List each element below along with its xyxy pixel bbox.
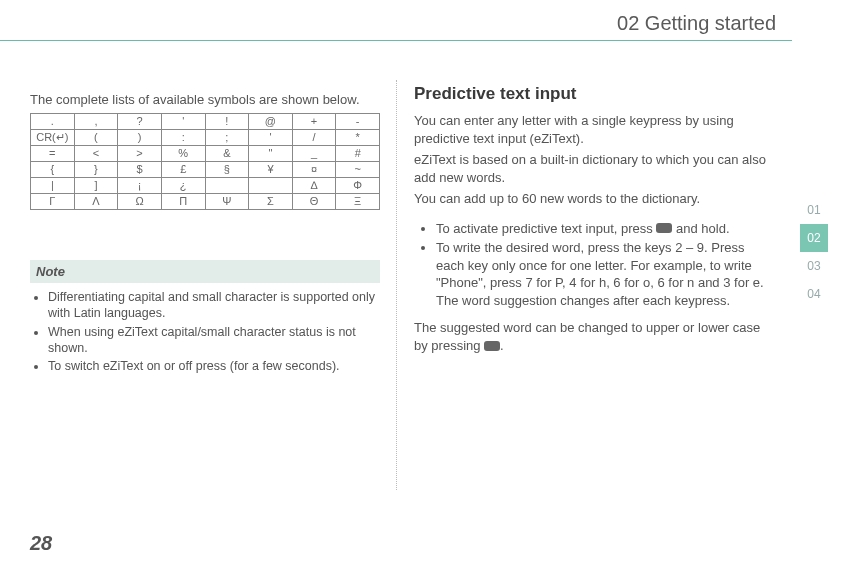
- cell: .: [31, 114, 75, 130]
- cell: Π: [161, 194, 205, 210]
- cell: Θ: [292, 194, 336, 210]
- cell: ': [161, 114, 205, 130]
- cell: {: [31, 162, 75, 178]
- cell: >: [118, 146, 162, 162]
- chapter-header: 02 Getting started: [617, 12, 776, 35]
- header-rule: [0, 40, 792, 41]
- cell: §: [205, 162, 249, 178]
- table-row: . , ? ' ! @ + -: [31, 114, 380, 130]
- key-icon: [484, 341, 500, 351]
- cell: -: [336, 114, 380, 130]
- cell: ,: [74, 114, 118, 130]
- tab-03: 03: [800, 252, 828, 280]
- cell: ¥: [249, 162, 293, 178]
- symbol-table: . , ? ' ! @ + - CR(↵) ( ) : ; ' / * = < …: [30, 113, 380, 210]
- list-item: To write the desired word, press the key…: [436, 239, 774, 309]
- cell: &: [205, 146, 249, 162]
- note-list: Differentiating capital and small charac…: [30, 289, 380, 374]
- note-title: Note: [30, 260, 380, 283]
- instruction-list: To activate predictive text input, press…: [414, 220, 774, 310]
- cell: (: [74, 130, 118, 146]
- page-number: 28: [30, 532, 52, 555]
- cell: ]: [74, 178, 118, 194]
- cell: ¡: [118, 178, 162, 194]
- table-row: = < > % & " _ #: [31, 146, 380, 162]
- cell: ": [249, 146, 293, 162]
- cell: #: [336, 146, 380, 162]
- cell: |: [31, 178, 75, 194]
- cell: Ω: [118, 194, 162, 210]
- table-row: CR(↵) ( ) : ; ' / *: [31, 130, 380, 146]
- paragraph: eZiText is based on a built-in dictionar…: [414, 151, 774, 186]
- cell: +: [292, 114, 336, 130]
- cell: :: [161, 130, 205, 146]
- cell: /: [292, 130, 336, 146]
- cell: Ξ: [336, 194, 380, 210]
- cell: Λ: [74, 194, 118, 210]
- cell: ): [118, 130, 162, 146]
- note-item: To switch eZiText on or off press (for a…: [48, 358, 380, 374]
- text: To activate predictive text input, press: [436, 221, 656, 236]
- text: To write the desired word, press the key…: [436, 240, 764, 290]
- cell: <: [74, 146, 118, 162]
- cell: Σ: [249, 194, 293, 210]
- cell: [205, 178, 249, 194]
- cell: ?: [118, 114, 162, 130]
- cell: *: [336, 130, 380, 146]
- note-box: Note Differentiating capital and small c…: [30, 260, 380, 374]
- symbols-intro: The complete lists of available symbols …: [30, 92, 380, 107]
- tab-01: 01: [800, 196, 828, 224]
- cell: CR(↵): [31, 130, 75, 146]
- cell: ∆: [292, 178, 336, 194]
- cell: }: [74, 162, 118, 178]
- cell: Φ: [336, 178, 380, 194]
- cell: Γ: [31, 194, 75, 210]
- right-column: Predictive text input You can enter any …: [414, 84, 774, 359]
- text: The suggested word can be changed to upp…: [414, 320, 760, 353]
- cell: £: [161, 162, 205, 178]
- section-title: Predictive text input: [414, 84, 774, 104]
- key-icon: [656, 223, 672, 233]
- column-divider: [396, 80, 397, 490]
- text: and hold.: [672, 221, 729, 236]
- cell: [249, 178, 293, 194]
- note-item: Differentiating capital and small charac…: [48, 289, 380, 322]
- table-row: { } $ £ § ¥ ¤ ~: [31, 162, 380, 178]
- cell: Ψ: [205, 194, 249, 210]
- text: .: [500, 338, 504, 353]
- cell: =: [31, 146, 75, 162]
- side-tabs: 01 02 03 04: [800, 196, 828, 308]
- tab-04: 04: [800, 280, 828, 308]
- paragraph: The suggested word can be changed to upp…: [414, 319, 774, 354]
- text: The word suggestion changes after each k…: [436, 293, 730, 308]
- tab-02: 02: [800, 224, 828, 252]
- cell: %: [161, 146, 205, 162]
- note-item: When using eZiText capital/small charact…: [48, 324, 380, 357]
- paragraph: You can enter any letter with a single k…: [414, 112, 774, 147]
- cell: ¤: [292, 162, 336, 178]
- cell: ;: [205, 130, 249, 146]
- cell: ': [249, 130, 293, 146]
- table-row: | ] ¡ ¿ ∆ Φ: [31, 178, 380, 194]
- cell: _: [292, 146, 336, 162]
- table-row: Γ Λ Ω Π Ψ Σ Θ Ξ: [31, 194, 380, 210]
- cell: $: [118, 162, 162, 178]
- cell: ~: [336, 162, 380, 178]
- cell: !: [205, 114, 249, 130]
- cell: ¿: [161, 178, 205, 194]
- left-column: The complete lists of available symbols …: [30, 92, 380, 376]
- paragraph: You can add up to 60 new words to the di…: [414, 190, 774, 208]
- list-item: To activate predictive text input, press…: [436, 220, 774, 238]
- cell: @: [249, 114, 293, 130]
